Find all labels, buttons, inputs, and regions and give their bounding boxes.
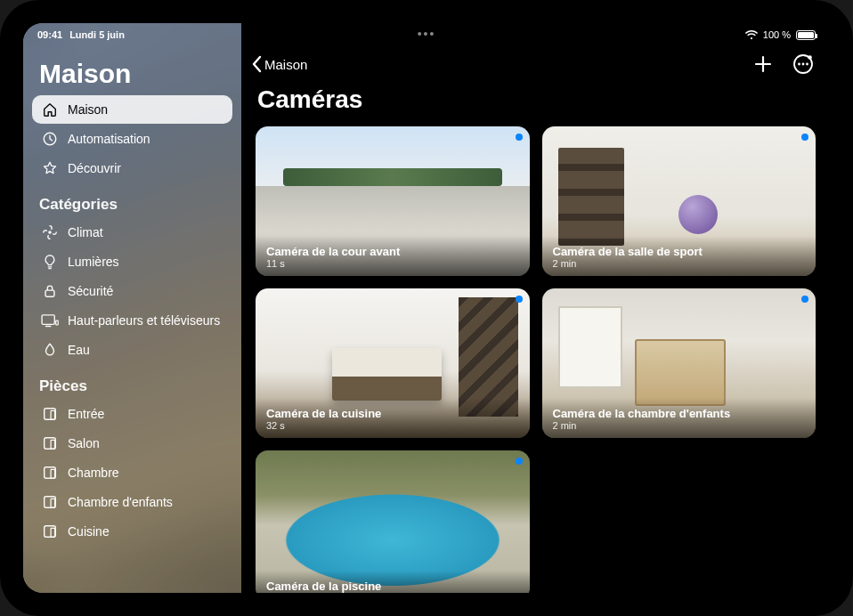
sidebar: Maison MaisonAutomatisationDécouvrir Cat…: [23, 23, 241, 593]
house-icon: [41, 101, 59, 118]
svg-point-1: [48, 231, 52, 234]
camera-overlay: Caméra de la chambre d'enfants2 min: [542, 398, 816, 438]
add-button[interactable]: [753, 54, 773, 74]
camera-overlay: Caméra de la piscine: [256, 571, 530, 593]
svg-rect-10: [51, 469, 55, 478]
camera-timestamp: 32 s: [266, 420, 519, 431]
camera-tile-cam-ra-de-la-piscine[interactable]: Caméra de la piscine: [256, 450, 530, 593]
sidebar-rooms-list: EntréeSalonChambreChambre d'enfantsCuisi…: [30, 400, 234, 546]
camera-grid: Caméra de la cour avant11 sCaméra de la …: [241, 123, 830, 593]
room-icon: [41, 434, 59, 452]
sidebar-item-label: Salon: [68, 436, 223, 450]
screen: 09:41 Lundi 5 juin ••• 100 % Maison Mais…: [23, 23, 830, 593]
sidebar-item-label: Sécurité: [68, 284, 223, 298]
sidebar-item-cuisine[interactable]: Cuisine: [32, 517, 232, 546]
sidebar-item-s-curit[interactable]: Sécurité: [32, 277, 232, 305]
fan-icon: [41, 223, 59, 241]
live-indicator-dot: [801, 134, 808, 141]
live-indicator-dot: [516, 134, 523, 141]
more-button[interactable]: [792, 53, 814, 75]
sidebar-categories-list: ClimatLumièresSécuritéHaut-parleurs et t…: [30, 218, 234, 364]
battery-icon: [796, 30, 816, 40]
status-time: 09:41: [37, 29, 62, 40]
page-title: Caméras: [241, 78, 830, 123]
sidebar-item-chambre-d-enfants[interactable]: Chambre d'enfants: [32, 488, 232, 516]
camera-tile-cam-ra-de-la-cuisine[interactable]: Caméra de la cuisine32 s: [256, 288, 530, 438]
room-icon: [41, 493, 59, 511]
lock-icon: [41, 282, 59, 300]
sidebar-item-chambre[interactable]: Chambre: [32, 458, 232, 487]
camera-timestamp: 2 min: [553, 420, 806, 431]
sidebar-item-d-couvrir[interactable]: Découvrir: [32, 154, 232, 182]
svg-rect-7: [45, 438, 56, 450]
wifi-icon: [745, 30, 758, 40]
sidebar-item-maison[interactable]: Maison: [32, 95, 232, 124]
chevron-left-icon: [250, 55, 263, 73]
nav-bar: Maison: [241, 50, 830, 78]
live-indicator-dot: [516, 458, 523, 465]
camera-tile-cam-ra-de-la-cour-avant[interactable]: Caméra de la cour avant11 s: [256, 126, 530, 276]
sidebar-item-label: Découvrir: [68, 161, 223, 175]
camera-overlay: Caméra de la salle de sport2 min: [542, 236, 816, 276]
sidebar-item-lumi-res[interactable]: Lumières: [32, 247, 232, 276]
svg-point-19: [808, 55, 812, 60]
camera-timestamp: 11 s: [266, 258, 519, 269]
battery-percent: 100 %: [763, 29, 791, 40]
main-panel: Maison Caméras Caméra de la cour avant11…: [241, 23, 830, 593]
svg-point-16: [798, 63, 800, 66]
svg-point-17: [802, 63, 805, 66]
camera-overlay: Caméra de la cuisine32 s: [256, 398, 530, 438]
sidebar-item-label: Cuisine: [68, 524, 223, 539]
sidebar-item-label: Eau: [68, 343, 223, 357]
svg-rect-5: [45, 409, 56, 420]
ipad-frame: 09:41 Lundi 5 juin ••• 100 % Maison Mais…: [0, 0, 853, 616]
clock-icon: [41, 130, 59, 148]
room-icon: [41, 523, 59, 540]
camera-tile-cam-ra-de-la-salle-de-sport[interactable]: Caméra de la salle de sport2 min: [542, 126, 816, 276]
sidebar-item-eau[interactable]: Eau: [32, 336, 232, 364]
sidebar-item-label: Maison: [68, 102, 223, 117]
room-icon: [41, 464, 59, 482]
back-button[interactable]: Maison: [250, 55, 307, 73]
camera-name: Caméra de la salle de sport: [553, 245, 806, 258]
sidebar-item-salon[interactable]: Salon: [32, 429, 232, 458]
room-icon: [41, 405, 59, 423]
sidebar-item-haut-parleurs-et-t-l-viseurs[interactable]: Haut-parleurs et téléviseurs: [32, 306, 232, 335]
status-date: Lundi 5 juin: [69, 29, 125, 40]
svg-rect-6: [51, 410, 55, 419]
sidebar-item-automatisation[interactable]: Automatisation: [32, 125, 232, 153]
camera-name: Caméra de la chambre d'enfants: [553, 407, 806, 420]
live-indicator-dot: [516, 296, 523, 303]
camera-name: Caméra de la piscine: [266, 580, 519, 593]
status-bar: 09:41 Lundi 5 juin ••• 100 %: [23, 23, 830, 43]
svg-rect-9: [45, 467, 56, 479]
sidebar-section-categories: Catégories: [30, 183, 234, 217]
svg-rect-11: [45, 497, 56, 508]
star-icon: [41, 159, 59, 177]
sidebar-item-label: Climat: [68, 225, 223, 239]
svg-rect-12: [51, 498, 55, 507]
sidebar-item-climat[interactable]: Climat: [32, 218, 232, 247]
sidebar-title: Maison: [30, 53, 234, 94]
back-label: Maison: [264, 57, 307, 72]
tv-icon: [41, 312, 59, 329]
svg-rect-2: [45, 290, 54, 296]
camera-timestamp: 2 min: [553, 258, 806, 269]
svg-rect-13: [45, 526, 56, 538]
svg-rect-4: [56, 320, 59, 325]
sidebar-item-label: Automatisation: [68, 132, 223, 146]
camera-tile-cam-ra-de-la-chambre-d-enfants[interactable]: Caméra de la chambre d'enfants2 min: [542, 288, 816, 438]
camera-overlay: Caméra de la cour avant11 s: [256, 236, 530, 276]
sidebar-section-rooms: Pièces: [30, 365, 234, 399]
camera-name: Caméra de la cuisine: [266, 407, 519, 420]
sidebar-item-label: Chambre: [68, 466, 223, 480]
bulb-icon: [41, 253, 59, 271]
droplet-icon: [41, 341, 59, 359]
multitask-indicator[interactable]: •••: [418, 27, 436, 41]
sidebar-main-list: MaisonAutomatisationDécouvrir: [30, 95, 234, 182]
svg-point-18: [806, 63, 808, 66]
camera-name: Caméra de la cour avant: [266, 245, 519, 258]
sidebar-item-entr-e[interactable]: Entrée: [32, 400, 232, 428]
svg-rect-8: [51, 440, 55, 449]
sidebar-item-label: Entrée: [68, 407, 223, 421]
